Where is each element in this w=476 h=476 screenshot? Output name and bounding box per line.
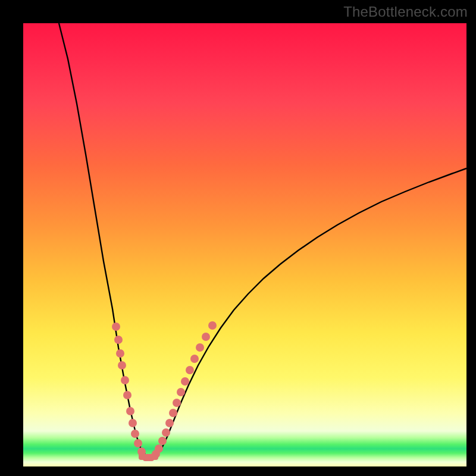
data-marker — [181, 377, 189, 386]
curve-layer — [23, 23, 466, 466]
data-marker — [186, 366, 194, 374]
dots-right — [152, 321, 217, 458]
data-marker — [121, 376, 129, 384]
data-marker — [169, 409, 177, 417]
data-marker — [134, 439, 142, 447]
dots-bottom — [139, 453, 158, 461]
bottleneck-curve — [59, 23, 466, 456]
data-marker — [202, 333, 210, 341]
data-marker — [208, 321, 217, 330]
data-marker — [151, 453, 158, 460]
data-marker — [155, 444, 163, 453]
chart-frame: TheBottleneck.com — [0, 0, 476, 476]
data-marker — [165, 419, 174, 427]
data-marker — [118, 361, 126, 369]
data-marker — [116, 349, 124, 358]
data-marker — [190, 355, 199, 363]
data-marker — [112, 322, 120, 331]
data-marker — [123, 391, 131, 399]
data-marker — [162, 428, 170, 437]
plot-area — [23, 23, 466, 466]
data-marker — [131, 430, 139, 438]
data-marker — [177, 388, 185, 396]
data-marker — [129, 419, 137, 427]
data-marker — [158, 437, 167, 445]
dots-left — [112, 322, 146, 456]
data-marker — [126, 407, 134, 415]
data-marker — [173, 399, 181, 407]
data-marker — [196, 343, 204, 352]
watermark-text: TheBottleneck.com — [343, 4, 468, 20]
data-marker — [114, 336, 123, 344]
